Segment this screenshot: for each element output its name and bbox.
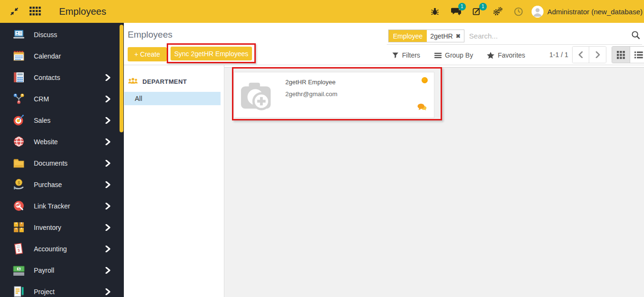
activities-badge: 1 — [479, 3, 487, 10]
timer-button[interactable] — [511, 3, 527, 20]
chevron-right-icon — [105, 139, 111, 145]
department-item-all[interactable]: All — [124, 92, 221, 105]
chevron-right-icon — [105, 203, 111, 209]
employee-card[interactable]: 2getHR Employee 2gethr@gmail.com — [233, 72, 434, 118]
annotation-box-card: 2getHR Employee 2gethr@gmail.com — [232, 67, 442, 120]
avatar — [532, 6, 543, 18]
annotation-box-sync: Sync 2getHR Employees — [167, 43, 256, 63]
sidebar-item-crm[interactable]: CRM — [0, 88, 124, 109]
website-icon — [12, 135, 25, 148]
chevron-left-icon — [578, 51, 583, 58]
user-name: Administrator (new_database) — [547, 8, 643, 16]
chevron-right-icon — [105, 181, 111, 188]
create-button[interactable]: + Create — [128, 47, 167, 61]
breadcrumb: Employees — [128, 30, 172, 40]
apps-grid-icon — [30, 7, 41, 16]
chevron-right-icon — [105, 74, 111, 81]
sidebar-item-link-tracker[interactable]: Link Tracker — [0, 195, 124, 217]
sidebar-item-accounting[interactable]: $ Accounting — [0, 238, 124, 259]
activities-button[interactable]: 1 — [469, 3, 485, 20]
people-icon — [128, 78, 138, 85]
facet-category: Employee — [389, 30, 427, 42]
search-bar: Employee 2getHR ✖ — [387, 28, 642, 45]
top-navbar: Employees 1 — [0, 0, 644, 23]
filters-button[interactable]: Filters — [392, 50, 420, 60]
sidebar-scrollbar-thumb[interactable] — [120, 25, 123, 132]
group-by-icon — [434, 52, 442, 59]
status-dot[interactable] — [422, 77, 428, 83]
chevron-right-icon — [105, 288, 111, 295]
debug-button[interactable] — [427, 3, 443, 20]
sidebar-item-documents[interactable]: Documents — [0, 152, 124, 174]
chevron-right-icon — [105, 117, 111, 124]
favorites-button[interactable]: Favorites — [487, 50, 525, 60]
navbar-left: Employees — [0, 4, 106, 19]
pager-next-button[interactable] — [589, 47, 606, 63]
search-facet: Employee 2getHR ✖ — [388, 30, 464, 42]
sync-2gethr-employees-button[interactable]: Sync 2getHR Employees — [171, 47, 252, 60]
gears-icon — [493, 6, 503, 17]
star-icon — [487, 52, 494, 59]
app-sidebar: Discuss Calendar Contacts CRM Sales Webs… — [0, 23, 124, 297]
user-menu-button[interactable]: Administrator (new_database) — [532, 3, 643, 20]
plus-icon: + — [134, 50, 138, 58]
kanban-view-button[interactable] — [612, 47, 630, 63]
calendar-icon — [12, 50, 25, 62]
sidebar-item-sales[interactable]: Sales — [0, 109, 124, 131]
pager-previous-button[interactable] — [573, 47, 589, 63]
sidebar-item-calendar[interactable]: Calendar — [0, 45, 124, 67]
group-by-button[interactable]: Group By — [434, 50, 473, 60]
sales-icon — [12, 114, 25, 127]
department-title: DEPARTMENT — [142, 78, 187, 85]
view-switcher — [612, 46, 644, 63]
accounting-icon: $ — [12, 242, 25, 255]
department-panel: DEPARTMENT All — [124, 65, 224, 297]
facet-remove-icon[interactable]: ✖ — [456, 33, 461, 40]
app-title: Employees — [59, 6, 106, 17]
link-tracker-icon — [12, 199, 25, 212]
user-silhouette-icon — [532, 6, 543, 18]
sidebar-item-purchase[interactable]: $ Purchase — [0, 174, 124, 195]
discuss-icon — [12, 28, 25, 41]
search-icon[interactable] — [631, 30, 640, 41]
messages-button[interactable]: 1 — [448, 3, 464, 20]
sidebar-item-project[interactable]: Project — [0, 281, 124, 297]
project-icon — [12, 285, 25, 297]
chevron-right-icon — [105, 160, 111, 167]
chevron-right-icon — [105, 267, 111, 274]
sidebar-item-discuss[interactable]: Discuss — [0, 24, 124, 45]
payroll-icon: $ — [12, 264, 25, 277]
control-panel: Employees + Create Sync 2getHR Employees… — [124, 23, 644, 65]
svg-text:$: $ — [18, 180, 20, 185]
pager — [572, 46, 606, 63]
employee-email: 2gethr@gmail.com — [285, 90, 337, 98]
chevron-right-icon — [105, 246, 111, 252]
sidebar-item-website[interactable]: Website — [0, 131, 124, 152]
search-input[interactable] — [464, 32, 631, 40]
inventory-icon — [12, 221, 25, 234]
apps-menu-button[interactable] — [28, 4, 43, 19]
chevron-right-icon — [105, 96, 111, 102]
svg-text:$: $ — [18, 267, 20, 271]
sidebar-item-contacts[interactable]: Contacts — [0, 67, 124, 88]
bug-icon — [430, 7, 440, 16]
funnel-icon — [392, 52, 399, 59]
camera-placeholder-icon — [239, 76, 276, 114]
documents-icon — [12, 157, 25, 169]
contacts-icon — [12, 71, 25, 84]
chevron-right-icon — [595, 51, 600, 58]
purchase-icon: $ — [12, 178, 25, 191]
clock-icon — [513, 7, 523, 17]
collapse-menu-button[interactable] — [7, 4, 22, 19]
chevron-right-icon — [105, 224, 111, 231]
sidebar-item-inventory[interactable]: Inventory — [0, 217, 124, 238]
kanban-grid-icon — [617, 51, 625, 59]
chat-bubble-icon[interactable] — [417, 103, 427, 113]
messages-badge: 1 — [458, 3, 466, 10]
department-header: DEPARTMENT — [128, 78, 187, 85]
list-icon — [634, 51, 643, 59]
pager-range: 1-1 / 1 — [537, 51, 568, 59]
sidebar-item-payroll[interactable]: $ Payroll — [0, 259, 124, 281]
settings-button[interactable] — [490, 3, 506, 20]
list-view-button[interactable] — [630, 47, 644, 63]
